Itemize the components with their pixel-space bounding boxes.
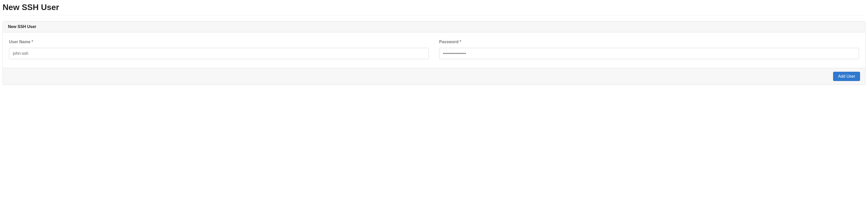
new-user-panel: New SSH User User Name * Password * Add … <box>3 21 865 85</box>
password-group: Password * <box>439 39 859 59</box>
panel-header: New SSH User <box>3 21 865 32</box>
panel-body: User Name * Password * <box>3 32 865 68</box>
add-user-button[interactable]: Add User <box>833 72 860 81</box>
password-label: Password * <box>439 39 859 44</box>
username-group: User Name * <box>9 39 429 59</box>
username-input[interactable] <box>9 48 429 59</box>
panel-footer: Add User <box>3 68 865 85</box>
title-divider <box>3 15 865 16</box>
password-input[interactable] <box>439 48 859 59</box>
page-title: New SSH User <box>3 3 865 12</box>
username-label: User Name * <box>9 39 429 44</box>
